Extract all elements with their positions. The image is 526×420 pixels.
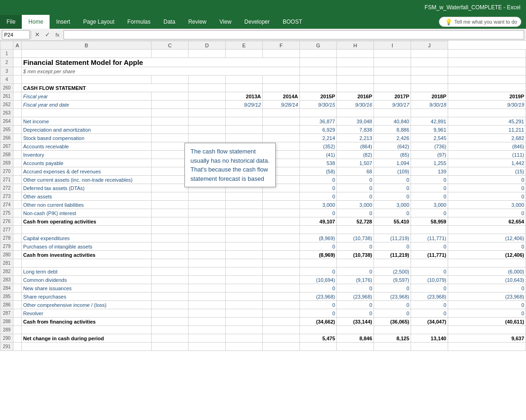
cell[interactable] [189,209,226,217]
cell[interactable]: (10,694) [300,276,337,284]
cell[interactable] [263,117,300,126]
cell[interactable]: 0 [300,242,337,251]
cell[interactable] [263,201,300,209]
cell[interactable]: 8,125 [374,334,411,343]
cell[interactable]: 0 [448,309,526,318]
cell[interactable]: (15) [448,167,526,176]
cell[interactable]: 0 [337,301,374,309]
cell[interactable] [152,318,189,326]
cell[interactable] [263,234,300,242]
cell[interactable] [263,142,300,151]
cell[interactable]: 1,442 [448,159,526,167]
table-row[interactable]: 2Financial Statement Model for Apple [0,58,526,67]
cell[interactable] [13,201,22,209]
table-row[interactable]: 270Accrued expenses & def revenues(58)68… [0,167,526,176]
cell[interactable] [13,267,22,276]
cell[interactable]: 0 [337,176,374,184]
cell[interactable]: (8,969) [300,251,337,259]
cell[interactable] [374,326,411,334]
cell[interactable] [226,117,263,126]
cell[interactable]: (736) [411,142,448,151]
cell[interactable] [263,126,300,134]
cell[interactable] [263,84,300,92]
cell[interactable]: Accounts payable [22,159,152,167]
cell[interactable]: 2018P [411,92,448,101]
cell[interactable] [189,92,226,101]
cell[interactable] [263,259,300,267]
cell[interactable]: Accounts receivable [22,142,152,151]
cell[interactable]: New share issuances [22,284,152,293]
cell[interactable]: (23,968) [337,293,374,301]
cell[interactable] [22,259,152,267]
confirm-button[interactable]: ✓ [42,30,52,39]
cell[interactable] [263,301,300,309]
cell[interactable]: 2,545 [411,134,448,142]
cell[interactable] [189,84,226,92]
cell[interactable] [263,109,300,117]
cell[interactable]: 0 [337,309,374,318]
cell[interactable]: (864) [337,142,374,151]
tab-pagelayout[interactable]: Page Layout [76,15,120,29]
cell[interactable] [152,159,189,167]
cell[interactable]: (58) [300,167,337,176]
cell[interactable] [448,109,526,117]
cell[interactable]: 11,211 [448,126,526,134]
cell[interactable] [448,226,526,234]
cell[interactable] [13,134,22,142]
cell[interactable] [300,84,337,92]
cell[interactable]: 0 [337,209,374,217]
cell[interactable] [13,209,22,217]
table-row[interactable]: 281 [0,259,526,267]
cell[interactable]: 9/30/18 [411,101,448,109]
cell[interactable] [13,50,22,58]
cell[interactable] [13,101,22,109]
cell[interactable] [152,117,189,126]
cell[interactable] [152,293,189,301]
cell[interactable] [226,326,263,334]
cell[interactable]: 3,000 [411,201,448,209]
cell[interactable] [189,176,226,184]
cell[interactable] [13,234,22,242]
cell[interactable] [13,276,22,284]
cell[interactable]: Depreciation and amortization [22,126,152,134]
cell[interactable]: 0 [337,192,374,201]
cell[interactable]: (10,738) [337,234,374,242]
cell[interactable]: 538 [300,159,337,167]
cell[interactable] [263,326,300,334]
cell[interactable]: 36,877 [300,117,337,126]
cell[interactable]: 0 [411,242,448,251]
cell[interactable] [189,126,226,134]
table-row[interactable]: 260CASH FLOW STATEMENT [0,84,526,92]
cell[interactable] [189,234,226,242]
cell[interactable] [152,284,189,293]
cell[interactable] [226,176,263,184]
insert-function-button[interactable]: fx [52,30,63,39]
cell[interactable]: (40,611) [448,318,526,326]
cell[interactable] [13,217,22,226]
table-row[interactable]: 265Depreciation and amortization6,9297,8… [0,126,526,134]
cell[interactable] [263,192,300,201]
cell[interactable]: 0 [374,309,411,318]
cell[interactable] [13,159,22,167]
cell[interactable] [226,259,263,267]
table-row[interactable]: 287Revolver00000 [0,309,526,318]
cell[interactable]: 5,475 [300,334,337,343]
cell[interactable]: (2,500) [374,267,411,276]
tab-file[interactable]: File [0,15,22,29]
cell[interactable] [226,293,263,301]
ribbon-tabs[interactable]: File Home Insert Page Layout Formulas Da… [0,15,526,29]
cell[interactable] [189,226,226,234]
cell[interactable] [226,334,263,343]
cell[interactable] [13,226,22,234]
cell[interactable] [337,67,374,76]
cell[interactable] [13,192,22,201]
cell[interactable]: Fiscal year [22,92,152,101]
cell[interactable]: (23,968) [300,293,337,301]
cell[interactable] [13,151,22,159]
cell[interactable] [189,267,226,276]
cell[interactable]: 0 [300,184,337,192]
cell[interactable]: Fiscal year end date [22,101,152,109]
table-row[interactable]: 286Other comprehensive income / (loss)00… [0,301,526,309]
cell[interactable]: 0 [374,301,411,309]
cell[interactable] [226,126,263,134]
